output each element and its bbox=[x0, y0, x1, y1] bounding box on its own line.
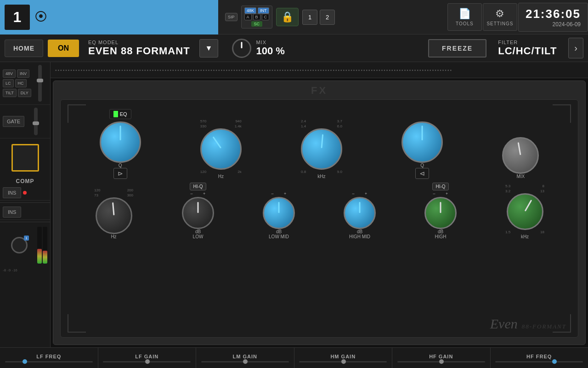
lf-freq-slider-thumb bbox=[23, 359, 27, 364]
gate-slider[interactable] bbox=[34, 108, 38, 135]
ch-btn-2[interactable]: 2 bbox=[320, 10, 335, 25]
lf-freq-indicator bbox=[112, 202, 114, 215]
gate-button[interactable]: GATE bbox=[3, 116, 24, 127]
hm-gain-section: HM GAIN bbox=[294, 348, 393, 368]
hf-gain-slider[interactable] bbox=[397, 361, 485, 362]
sip-badge: SIP bbox=[225, 13, 237, 21]
lf-freq-slider[interactable] bbox=[5, 361, 93, 362]
ins1-section: INS bbox=[0, 185, 50, 201]
eq-model-name: EVEN 88 FORMANT bbox=[88, 45, 190, 57]
fx-box[interactable] bbox=[11, 144, 39, 172]
corner-tr bbox=[553, 104, 571, 123]
lf-gain-slider[interactable] bbox=[103, 361, 191, 362]
lf-hz-knob[interactable] bbox=[200, 128, 242, 170]
meter-bar-left bbox=[37, 227, 42, 264]
hf-freq-bottom-label: HF FREQ bbox=[526, 354, 552, 359]
sample-rate-value: 48K bbox=[244, 7, 256, 14]
home-button[interactable]: HOME bbox=[5, 40, 43, 57]
hf-gain-section: HF GAIN bbox=[392, 348, 491, 368]
lf-freq-label: Hz bbox=[111, 234, 116, 239]
mix-eq-label: MIX bbox=[516, 174, 525, 179]
mix-knob-group: MIX bbox=[502, 137, 539, 179]
int-label: INT bbox=[258, 7, 269, 14]
high-gain-knob[interactable] bbox=[424, 197, 457, 229]
hf-freq-slider-thumb bbox=[552, 359, 557, 364]
lm-gain-section: LM GAIN bbox=[196, 348, 294, 368]
low-mid-gain-indicator bbox=[278, 202, 280, 213]
sidebar-divider-2 bbox=[0, 222, 50, 222]
hiq-badge-2[interactable]: HI-Q bbox=[432, 183, 448, 190]
lm-khz-scale-mid: 1.4 6.0 bbox=[301, 124, 342, 128]
lf-filter-badge: ⊳ bbox=[113, 168, 127, 179]
volume-badge: 1 bbox=[24, 236, 28, 241]
sample-rate-block: 48K INT A B C SC bbox=[241, 6, 273, 29]
comp-label: COMP bbox=[0, 177, 50, 185]
hm-q-knob[interactable] bbox=[401, 121, 443, 163]
btn-tilt[interactable]: TILT bbox=[3, 89, 17, 97]
filter-next-button[interactable]: › bbox=[568, 38, 583, 58]
lf-q-knob[interactable] bbox=[100, 121, 141, 163]
volume-knob[interactable]: 1 bbox=[11, 237, 28, 253]
corner-bl bbox=[68, 314, 86, 333]
low-mid-label: LOW MID bbox=[269, 234, 289, 239]
settings-button[interactable]: ⚙ SETTINGS bbox=[483, 3, 517, 31]
lm-gain-slider-thumb bbox=[243, 359, 248, 364]
hf-freq-slider[interactable] bbox=[495, 361, 583, 362]
hf-freq-knob[interactable] bbox=[507, 193, 543, 230]
btn-lc[interactable]: LC bbox=[3, 79, 14, 87]
hf-gain-bottom-label: HF GAIN bbox=[429, 354, 453, 359]
btn-hc[interactable]: HC bbox=[15, 79, 27, 87]
mix-text-block: MIX 100 % bbox=[256, 40, 284, 57]
waveform-bar: ▪▪▪▪▪▪▪▪▪▪▪▪▪▪▪▪▪▪▪▪▪▪▪▪▪▪▪▪▪▪▪▪▪▪▪▪▪▪▪▪… bbox=[51, 62, 588, 78]
on-button[interactable]: ON bbox=[48, 40, 79, 57]
mix-block: MIX 100 % bbox=[223, 39, 294, 58]
low-gain-group: HI-Q – + dB LOW bbox=[182, 183, 214, 239]
settings-label: SETTINGS bbox=[486, 21, 513, 26]
mix-knob[interactable] bbox=[232, 39, 251, 58]
ins2-button[interactable]: INS bbox=[3, 207, 21, 218]
lm-khz-knob[interactable] bbox=[301, 128, 342, 170]
mix-label: MIX bbox=[256, 40, 284, 45]
lf-hz-label: Hz bbox=[218, 174, 224, 179]
lf-freq-bottom-label: LF FREQ bbox=[36, 354, 61, 359]
hm-gain-slider[interactable] bbox=[299, 361, 387, 362]
lf-freq-knob[interactable] bbox=[96, 197, 132, 234]
lf-hz-scale-mid: 330 1.4k bbox=[200, 124, 242, 128]
btn-inv[interactable]: INV bbox=[17, 69, 29, 78]
sc-label: SC bbox=[251, 21, 263, 27]
filter-block: FILTER LC/HC/TILT bbox=[491, 40, 564, 57]
eq-badge: EQ bbox=[109, 109, 131, 119]
hiq-badge-1[interactable]: HI-Q bbox=[190, 183, 206, 190]
mix-eq-knob[interactable] bbox=[502, 137, 539, 174]
top-right: 📄 TOOLS ⚙ SETTINGS 21:36:05 2024-06-09 bbox=[447, 3, 588, 32]
plugin-panel: FX EQ Q bbox=[53, 80, 586, 345]
ins1-button[interactable]: INS bbox=[3, 187, 21, 198]
preamp-slider[interactable] bbox=[38, 65, 42, 102]
low-gain-knob[interactable] bbox=[182, 197, 214, 229]
lm-gain-slider[interactable] bbox=[201, 361, 289, 362]
lm-khz-group: 2.4 3.7 1.4 6.0 0.8 9.0 bbox=[301, 119, 342, 179]
lf-freq-group: 120 200 73 300 Hz bbox=[94, 188, 133, 239]
low-gain-indicator bbox=[198, 202, 199, 213]
meter-bar-right bbox=[43, 227, 47, 264]
tools-button[interactable]: 📄 TOOLS bbox=[447, 3, 482, 31]
high-mid-gain-group: – + dB HIGH MID bbox=[344, 190, 376, 239]
ch-btn-1[interactable]: 1 bbox=[302, 10, 317, 25]
lock-icon: 🔒 bbox=[276, 8, 299, 26]
high-mid-gain-knob[interactable] bbox=[344, 197, 376, 229]
datetime-block: 21:36:05 2024-06-09 bbox=[518, 3, 588, 32]
ch-b: B bbox=[253, 14, 260, 20]
ch-buttons: 1 2 bbox=[302, 10, 335, 25]
btn-dly[interactable]: DLY bbox=[18, 89, 31, 97]
meter-fill-left bbox=[37, 249, 42, 264]
lm-db-scale: – + bbox=[271, 191, 287, 196]
waveform-display: ▪▪▪▪▪▪▪▪▪▪▪▪▪▪▪▪▪▪▪▪▪▪▪▪▪▪▪▪▪▪▪▪▪▪▪▪▪▪▪▪… bbox=[55, 68, 583, 73]
lf-gain-bottom-label: LF GAIN bbox=[135, 354, 158, 359]
eq-model-dropdown[interactable]: ▼ bbox=[199, 39, 219, 58]
btn-48v[interactable]: 48V bbox=[3, 69, 16, 78]
channel-number: 1 bbox=[5, 5, 30, 30]
hf-freq-khz-label: kHz bbox=[521, 234, 529, 239]
eq-active-indicator bbox=[113, 111, 118, 117]
low-mid-gain-knob[interactable] bbox=[263, 197, 295, 229]
freeze-button[interactable]: FREEZE bbox=[428, 39, 486, 58]
